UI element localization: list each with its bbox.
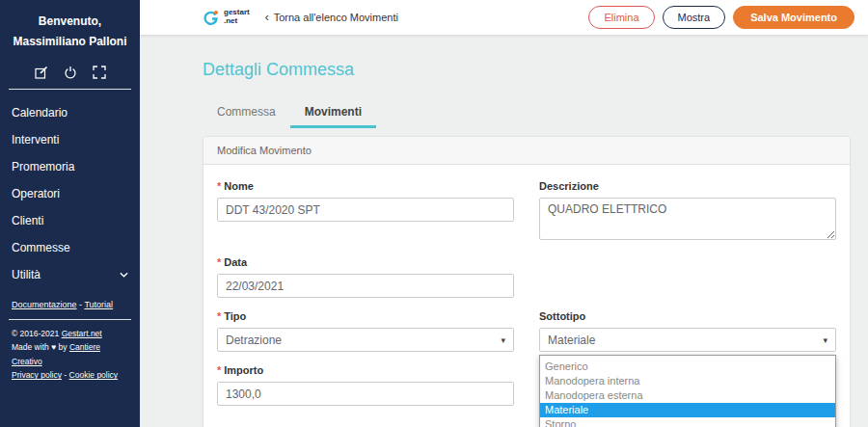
descrizione-textarea[interactable]: QUADRO ELETTRICO xyxy=(539,198,836,240)
sidebar-item-operatori[interactable]: Operatori xyxy=(0,180,140,207)
documentazione-link[interactable]: Documentazione xyxy=(12,300,77,309)
sidebar-item-promemoria[interactable]: Promemoria xyxy=(0,153,140,180)
elimina-button[interactable]: Elimina xyxy=(588,6,654,29)
sidebar-item-label: Operatori xyxy=(12,187,60,200)
topbar: gestart .net ‹ Torna all'elenco Moviment… xyxy=(140,0,868,35)
field-descrizione: Descrizione QUADRO ELETTRICO xyxy=(539,180,836,244)
chevron-left-icon: ‹ xyxy=(265,11,269,24)
data-label: *Data xyxy=(217,256,514,268)
gestart-logo[interactable]: gestart .net xyxy=(203,9,250,26)
gestart-logo-text: gestart .net xyxy=(224,9,250,26)
grid-spacer xyxy=(539,256,836,310)
sottotipo-option-materiale[interactable]: Materiale xyxy=(540,403,835,417)
page-title: Dettagli Commessa xyxy=(203,60,851,80)
data-input[interactable] xyxy=(217,274,514,298)
importo-label-text: Importo xyxy=(224,364,263,376)
logout-power-icon[interactable] xyxy=(64,66,77,79)
sidebar-item-label: Clienti xyxy=(12,214,43,227)
tipo-label: *Tipo xyxy=(217,310,514,322)
mostra-button[interactable]: Mostra xyxy=(663,6,726,29)
gestart-site-link[interactable]: Gestart.net xyxy=(62,329,102,338)
tipo-select[interactable]: Detrazione ▾ xyxy=(217,328,514,352)
back-link-label: Torna all'elenco Movimenti xyxy=(274,12,398,23)
descrizione-label: Descrizione xyxy=(539,180,836,192)
sidebar-item-label: Calendario xyxy=(12,106,68,120)
welcome-user-name: Massimiliano Palloni xyxy=(0,32,140,52)
sidebar-item-commesse[interactable]: Commesse xyxy=(0,234,140,261)
tab-movimenti[interactable]: Movimenti xyxy=(290,97,376,128)
welcome-message: Benvenuto, Massimiliano Palloni xyxy=(0,12,140,52)
select-caret-icon: ▾ xyxy=(823,335,827,345)
sidebar-nav: Calendario Interventi Promemoria Operato… xyxy=(0,99,140,288)
sottotipo-option-storno[interactable]: Storno xyxy=(540,417,835,427)
sottotipo-label: Sottotipo xyxy=(539,310,836,322)
field-data: *Data xyxy=(217,256,514,298)
page-content: Dettagli Commessa Commessa Movimenti Mod… xyxy=(140,35,868,427)
importo-input[interactable] xyxy=(217,382,514,406)
copyright-text: © 2016-2021 xyxy=(12,329,59,338)
welcome-line1: Benvenuto, xyxy=(0,12,140,32)
sidebar-docs-links: Documentazione - Tutorial xyxy=(0,288,140,319)
sottotipo-select[interactable]: Materiale ▾ xyxy=(539,328,836,352)
sottotipo-option-generico[interactable]: Generico xyxy=(540,360,835,374)
movimento-form: *Nome Descrizione QUADRO ELETTRICO *Dat xyxy=(203,165,850,427)
app-root: Benvenuto, Massimiliano Palloni Calendar… xyxy=(0,0,868,427)
nome-input[interactable] xyxy=(217,198,514,222)
logo-line2: .net xyxy=(224,17,250,26)
copyright-line: © 2016-2021 Gestart.net xyxy=(12,327,128,340)
gestart-logo-icon xyxy=(203,10,219,26)
sottotipo-label-text: Sottotipo xyxy=(539,310,585,322)
sottotipo-option-manodopera-esterna[interactable]: Manodopera esterna xyxy=(540,388,835,403)
sottotipo-dropdown-list: Generico Manodopera interna Manodopera e… xyxy=(539,355,836,427)
sidebar-divider-top xyxy=(9,89,131,90)
sidebar-item-utilita[interactable]: Utilità xyxy=(0,261,140,288)
sidebar-item-interventi[interactable]: Interventi xyxy=(0,126,140,153)
nome-label-text: Nome xyxy=(224,180,254,192)
link-separator: - xyxy=(79,300,82,309)
descrizione-label-text: Descrizione xyxy=(539,180,599,192)
sidebar-item-clienti[interactable]: Clienti xyxy=(0,207,140,234)
tab-bar: Commessa Movimenti xyxy=(203,97,851,128)
sidebar-icon-row xyxy=(0,66,140,79)
importo-label: *Importo xyxy=(217,364,514,376)
nome-label: *Nome xyxy=(217,180,514,192)
chevron-down-icon xyxy=(120,272,128,278)
tab-commessa[interactable]: Commessa xyxy=(203,97,290,128)
sidebar-item-label: Utilità xyxy=(12,268,41,281)
sidebar-footer: © 2016-2021 Gestart.net Made with ♥ by C… xyxy=(0,320,140,389)
sottotipo-select-wrap: Materiale ▾ Generico Manodopera interna … xyxy=(539,328,836,352)
policies-line: Privacy policy - Cookie policy xyxy=(12,368,128,382)
tipo-label-text: Tipo xyxy=(224,310,246,322)
salva-movimento-button[interactable]: Salva Movimento xyxy=(733,6,854,29)
select-caret-icon: ▾ xyxy=(501,335,505,345)
sidebar-item-label: Promemoria xyxy=(12,160,74,173)
data-label-text: Data xyxy=(224,256,247,268)
required-asterisk: * xyxy=(217,310,221,322)
required-asterisk: * xyxy=(217,364,221,376)
link-separator: - xyxy=(64,370,67,380)
back-to-movimenti-link[interactable]: ‹ Torna all'elenco Movimenti xyxy=(265,11,398,24)
sottotipo-option-manodopera-interna[interactable]: Manodopera interna xyxy=(540,374,835,388)
sottotipo-selected-value: Materiale xyxy=(548,334,595,347)
sidebar-item-label: Commesse xyxy=(12,241,70,254)
field-importo: *Importo xyxy=(217,364,514,406)
privacy-policy-link[interactable]: Privacy policy xyxy=(12,370,62,380)
field-nome: *Nome xyxy=(217,180,514,244)
required-asterisk: * xyxy=(217,256,221,268)
required-asterisk: * xyxy=(217,180,221,192)
tutorial-link[interactable]: Tutorial xyxy=(84,300,113,309)
sidebar-item-calendario[interactable]: Calendario xyxy=(0,99,140,126)
tipo-selected-value: Detrazione xyxy=(226,334,282,347)
fullscreen-expand-icon[interactable] xyxy=(93,66,106,79)
field-sottotipo: Sottotipo Materiale ▾ Generico Manodoper… xyxy=(539,310,836,352)
main-area: gestart .net ‹ Torna all'elenco Moviment… xyxy=(140,0,868,427)
made-with-line: Made with ♥ by Cantiere Creativo xyxy=(12,340,128,368)
sidebar-item-label: Interventi xyxy=(12,133,59,147)
sidebar: Benvenuto, Massimiliano Palloni Calendar… xyxy=(0,0,140,427)
modifica-movimento-card: Modifica Movimento *Nome Descrizione QUA… xyxy=(203,136,851,427)
cookie-policy-link[interactable]: Cookie policy xyxy=(69,370,119,380)
edit-profile-icon[interactable] xyxy=(35,66,48,79)
card-header-title: Modifica Movimento xyxy=(203,137,850,165)
field-tipo: *Tipo Detrazione ▾ xyxy=(217,310,514,352)
made-with-text: Made with ♥ by xyxy=(12,342,68,352)
